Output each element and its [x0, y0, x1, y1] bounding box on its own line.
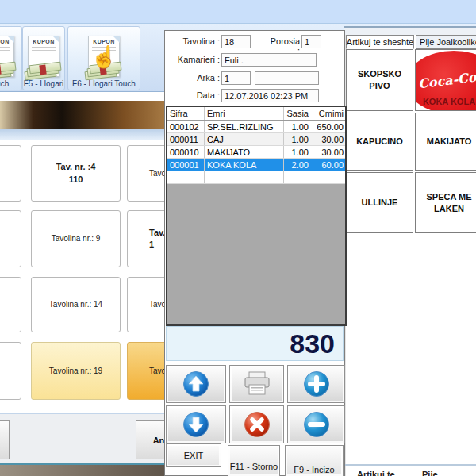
arka-extra-field[interactable]	[255, 71, 319, 85]
f9-incizo-button[interactable]: F9 - Incizo	[285, 445, 344, 476]
table-button-partial-left[interactable]	[0, 210, 21, 267]
kupon-icon-title: KUPON	[89, 39, 119, 44]
table-button-19[interactable]: Tavolina nr.: 19	[31, 342, 121, 400]
table-button-label: Tavolina nr.: 14	[49, 299, 102, 310]
header-sifra: Sifra	[167, 107, 205, 120]
order-table-header: Sifra Emri Sasia Cmimi	[167, 107, 345, 121]
exit-button[interactable]: EXIT	[166, 443, 221, 467]
product-label: SKOPSKO PIVO	[347, 68, 413, 92]
ribbon-button-label: F6 - Llogari Touch	[71, 79, 137, 90]
articles-bottom-partial-tabs: Artikuj te Pije	[344, 470, 476, 476]
ribbon-button-f5-llogari[interactable]: KUPON F5 - Llogari	[22, 26, 65, 90]
bottom-bar-button-label: An	[153, 436, 165, 445]
exit-button-label: EXIT	[184, 451, 203, 460]
tab-artikuj-te-sheshte[interactable]: Artikuj te sheshte	[346, 35, 414, 49]
tavolina-label: Tavolina :	[165, 36, 220, 46]
partial-tab-label: Artikuj te	[357, 470, 395, 476]
table-row-selected[interactable]: 000001 KOKA KOLA 2.00 60.00	[167, 159, 345, 171]
minus-icon	[303, 411, 330, 438]
bottom-bar-partial-button-left[interactable]	[0, 420, 10, 459]
kupon-document-icon: KUPON	[28, 36, 60, 77]
remove-item-button[interactable]	[287, 405, 345, 443]
print-button[interactable]	[229, 365, 284, 403]
table-button-label: Tav.	[149, 227, 165, 239]
product-button-speca-me-laken[interactable]: SPECA ME LAKEN	[415, 172, 476, 233]
pos-application: KUPON Touch KUPON F5 - Llogari	[0, 0, 476, 476]
product-button-koka-kola[interactable]: Coca-Cola KOKA KOLA	[415, 49, 476, 111]
product-label: ULLINJE	[362, 197, 398, 209]
f9-button-label: F9 - Incizo	[294, 465, 334, 474]
f11-storno-button[interactable]: F11 - Storno	[228, 445, 280, 476]
product-button-skopsko-pivo[interactable]: SKOPSKO PIVO	[346, 49, 413, 111]
plus-icon	[303, 370, 330, 397]
money-stack-icon	[0, 61, 16, 79]
table-row[interactable]: 000102 SP.SEL.RIZLING 1.00 650.00	[167, 121, 345, 133]
product-button-makijato[interactable]: MAKIJATO	[415, 113, 476, 171]
tab-pije-joalkoolike[interactable]: Pije Joalkoolike	[416, 35, 476, 49]
partial-tab-label: Pije	[422, 470, 438, 476]
coca-cola-script-text: Coca-Cola	[415, 67, 476, 94]
table-row-empty	[167, 171, 345, 184]
product-label: SPECA ME LAKEN	[422, 191, 476, 215]
printer-icon	[243, 371, 271, 397]
header-cmimi: Cmimi	[313, 107, 345, 120]
move-down-button[interactable]	[166, 405, 226, 443]
kupon-icon-line	[0, 50, 10, 51]
product-button-kapucino[interactable]: KAPUCINO	[346, 113, 413, 171]
data-field[interactable]: 12.07.2016 02:23 PM	[221, 89, 319, 102]
header-emri: Emri	[205, 107, 284, 120]
arka-label: Arka :	[165, 73, 220, 83]
table-button-4[interactable]: Tav. nr. :4 110	[31, 145, 121, 202]
ribbon-button-f6-llogari-touch[interactable]: KUPON ☝ F6 - Llogari Touch	[67, 26, 140, 90]
table-button-label: Tav. nr. :4	[56, 161, 96, 173]
arka-field[interactable]: 1	[221, 71, 251, 85]
articles-panel-top-strip	[344, 28, 476, 35]
delete-order-button[interactable]	[229, 405, 284, 443]
kupon-icon-line	[32, 47, 56, 48]
table-empty-area	[167, 184, 345, 324]
kupon-icon-line	[0, 47, 10, 48]
f11-button-label: F11 - Storno	[230, 462, 278, 471]
product-label: KAPUCINO	[356, 136, 403, 148]
table-button-label: Tavolina nr.: 9	[52, 233, 101, 244]
product-label: MAKIJATO	[427, 136, 471, 148]
kamarieri-label: Kamarieri :	[165, 55, 220, 64]
kupon-icon-line	[32, 50, 56, 51]
table-button-label: 110	[69, 174, 83, 186]
table-button-partial-left[interactable]	[0, 342, 21, 400]
cancel-icon	[244, 411, 271, 438]
tab-label: Pije Joalkoolike	[420, 37, 476, 47]
table-button-partial-left[interactable]	[0, 277, 21, 332]
kupon-icon-title: KUPON	[0, 39, 13, 44]
order-panel: Tavolina : 18 Porosia : 1 Kamarieri : Fu…	[164, 30, 345, 476]
data-label: Data :	[165, 90, 220, 100]
product-button-ullinje[interactable]: ULLINJE	[346, 172, 413, 233]
product-label: KOKA KOLA	[416, 96, 476, 108]
tavolina-field[interactable]: 18	[221, 35, 251, 48]
order-total: 830	[166, 326, 344, 361]
table-button-label: Tavolina nr.: 19	[49, 366, 102, 377]
touch-hand-icon: ☝	[90, 47, 117, 68]
table-button-partial-left[interactable]	[0, 145, 21, 202]
down-arrow-icon	[182, 411, 209, 438]
table-row[interactable]: 000010 MAKIJATO 1.00 30.00	[167, 146, 345, 159]
tab-label: Artikuj te sheshte	[347, 37, 413, 47]
ribbon-button-label: Touch	[0, 79, 10, 90]
kupon-document-icon: KUPON	[0, 36, 14, 77]
ribbon-button-label: F5 - Llogari	[22, 79, 65, 90]
add-item-button[interactable]	[287, 365, 345, 403]
move-up-button[interactable]	[166, 365, 226, 403]
kupon-document-icon: KUPON ☝	[88, 36, 120, 77]
table-button-14[interactable]: Tavolina nr.: 14	[31, 277, 121, 332]
table-row[interactable]: 000011 CAJ 1.00 30.00	[167, 133, 345, 146]
kamarieri-field[interactable]: Fuli .	[221, 53, 317, 67]
header-sasia: Sasia	[284, 107, 313, 120]
window-top-bar	[0, 0, 476, 24]
order-total-value: 830	[290, 328, 335, 359]
articles-bottom-separator	[344, 464, 476, 466]
table-button-9[interactable]: Tavolina nr.: 9	[31, 210, 121, 267]
kupon-icon-title: KUPON	[29, 39, 59, 44]
porosia-field[interactable]: 1	[301, 35, 321, 48]
articles-panel: Artikuj te sheshte Pije Joalkoolike SKOP…	[344, 26, 476, 476]
ribbon-button-partial-touch[interactable]: KUPON Touch	[0, 26, 22, 90]
